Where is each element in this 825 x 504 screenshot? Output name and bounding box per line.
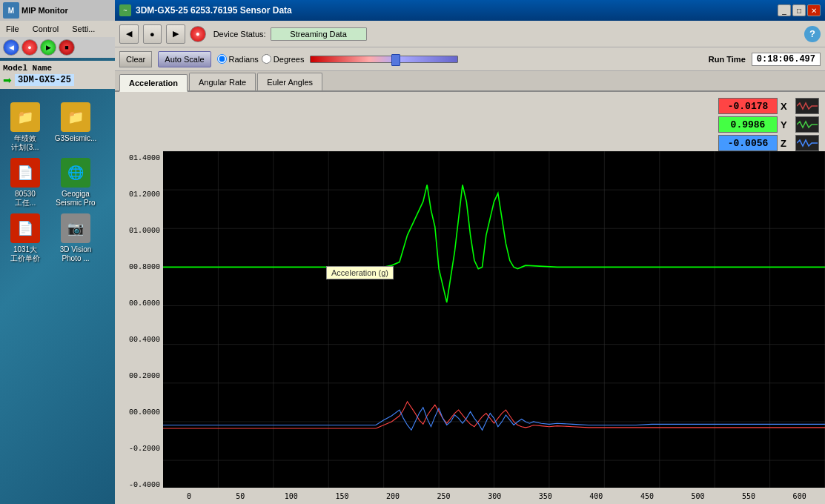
toolbar-nav-btn[interactable]: ◀ — [119, 24, 139, 44]
x-tick-400: 400 — [571, 492, 622, 500]
x-tick-200: 200 — [368, 492, 419, 500]
folder-label-g3seismic: G3Seismic... — [55, 134, 97, 143]
degrees-radio-label[interactable]: Degrees — [262, 54, 305, 64]
timeline-slider-track[interactable] — [310, 56, 458, 63]
pdf-icon-1031: 📄 — [10, 213, 40, 243]
menu-settings[interactable]: Setti... — [69, 23, 98, 35]
app-icon-3dvision: 📷 — [61, 213, 90, 243]
app-icon: M — [3, 2, 19, 19]
y-value-box: 0.9986 — [718, 116, 778, 133]
app-label-geogiga: GeogigaSeismic Pro — [56, 190, 95, 208]
z-value-box: -0.0056 — [718, 135, 778, 151]
toolbar-row: ◀ ● ▶ ● Device Status: Streaming Data ? — [115, 21, 825, 47]
runtime-value: 0:18:06.497 — [752, 53, 821, 66]
x-wave-icon — [797, 99, 818, 113]
x-axis: 0 50 100 150 200 250 300 350 400 450 500… — [163, 488, 825, 504]
maximize-button[interactable]: □ — [792, 4, 806, 16]
controls-row: Clear Auto Scale Radians Degrees Run Tim… — [115, 47, 825, 71]
tab-acceleration[interactable]: Acceleration — [119, 74, 188, 92]
timeline-slider-container — [310, 56, 702, 63]
tabs-row: Acceleration Angular Rate Euler Angles — [115, 71, 825, 92]
x-value-box: -0.0178 — [718, 98, 778, 114]
menu-control[interactable]: Control — [30, 23, 62, 35]
pdf-label-80530: 80530工任... — [15, 190, 36, 208]
minimize-button[interactable]: _ — [778, 4, 791, 16]
toolbar-play-btn[interactable]: ▶ — [166, 24, 185, 44]
model-name-label: Model Name — [3, 64, 112, 73]
chart-plot[interactable]: Acceleration (g) — [163, 151, 825, 504]
desktop-icon-1031[interactable]: 📄 1031大工价单价 — [3, 213, 47, 263]
degrees-radio[interactable] — [262, 54, 271, 64]
tab-euler-angles[interactable]: Euler Angles — [257, 73, 322, 90]
z-axis-icon — [795, 135, 819, 151]
folder-icon-g3seismic: 📁 — [61, 102, 90, 132]
desktop-icons-area: 📁 年绩效计划(3... 📁 G3Seismic... 📄 80530工任...… — [0, 96, 115, 504]
main-window: ~ 3DM-GX5-25 6253.76195 Sensor Data _ □ … — [115, 0, 825, 504]
autoscale-button[interactable]: Auto Scale — [158, 51, 211, 67]
ctrl-btn-nav[interactable]: ◀ — [3, 39, 19, 56]
y-tick-9: -0.4000 — [129, 481, 160, 489]
clear-button[interactable]: Clear — [119, 51, 152, 67]
app-icon-geogiga: 🌐 — [61, 158, 90, 188]
y-tick-3: 00.8000 — [129, 263, 160, 271]
radians-radio[interactable] — [217, 54, 227, 64]
toolbar-stop-btn[interactable]: ● — [143, 24, 162, 44]
radians-radio-label[interactable]: Radians — [217, 54, 259, 64]
desktop-icon-3dvision[interactable]: 📷 3D VisionPhoto ... — [53, 213, 98, 263]
x-axis-icon — [795, 98, 819, 114]
desktop-icon-nianji[interactable]: 📁 年绩效计划(3... — [3, 102, 47, 152]
runtime-label: Run Time — [709, 55, 746, 64]
y-tick-4: 00.6000 — [129, 299, 160, 308]
folder-icon-nianji: 📁 — [10, 102, 40, 132]
degrees-label-text: Degrees — [274, 55, 305, 64]
x-value-row: -0.0178 X — [718, 98, 819, 114]
x-tick-0: 0 — [163, 492, 215, 500]
app-taskbar: M MIP Monitor — [0, 0, 115, 21]
x-tick-300: 300 — [469, 492, 520, 500]
ctrl-btn-play[interactable]: ▶ — [40, 39, 56, 56]
chart-area: -0.0178 X 0.9986 Y -0.0056 — [115, 92, 825, 504]
y-tick-0: 01.4000 — [129, 154, 160, 162]
pdf-label-1031: 1031大工价单价 — [10, 245, 40, 263]
desktop-icon-geogiga[interactable]: 🌐 GeogigaSeismic Pro — [53, 158, 98, 208]
ctrl-btn-rec[interactable]: ■ — [59, 39, 75, 56]
window-controls: _ □ ✕ — [778, 4, 821, 16]
window-title-icon: ~ — [119, 4, 131, 16]
model-section: Model Name ➡ 3DM-GX5-25 — [0, 61, 115, 89]
x-tick-600: 600 — [774, 492, 825, 500]
window-titlebar: ~ 3DM-GX5-25 6253.76195 Sensor Data _ □ … — [115, 0, 825, 21]
folder-label-nianji: 年绩效计划(3... — [11, 134, 39, 152]
x-tick-50: 50 — [215, 492, 266, 500]
x-axis-label: X — [781, 101, 792, 112]
y-tick-6: 00.2000 — [129, 372, 160, 380]
chart-svg — [163, 151, 825, 504]
desktop-icon-g3seismic[interactable]: 📁 G3Seismic... — [53, 102, 98, 152]
tab-angular-rate[interactable]: Angular Rate — [189, 73, 256, 90]
ctrl-btn-stop[interactable]: ● — [21, 39, 38, 56]
x-tick-250: 250 — [418, 492, 469, 500]
status-label: Device Status: — [213, 30, 266, 39]
help-button[interactable]: ? — [804, 26, 821, 42]
x-tick-150: 150 — [317, 492, 368, 500]
y-tick-5: 00.4000 — [129, 336, 160, 344]
desktop-icon-80530[interactable]: 📄 80530工任... — [3, 158, 47, 208]
toolbar-rec-btn[interactable]: ● — [190, 26, 206, 42]
menu-file[interactable]: File — [3, 23, 22, 35]
y-axis: 01.4000 01.2000 01.0000 00.8000 00.6000 … — [115, 151, 163, 504]
desktop-icons-row-2: 📄 80530工任... 🌐 GeogigaSeismic Pro — [3, 158, 112, 208]
z-axis-label: Z — [781, 138, 792, 149]
app-menu-bar: File Control Setti... — [0, 21, 115, 37]
pdf-icon-80530: 📄 — [10, 158, 40, 188]
y-axis-icon — [795, 116, 819, 133]
app-title: MIP Monitor — [21, 6, 68, 15]
control-bar: ◀ ● ▶ ■ — [0, 37, 115, 58]
z-wave-icon — [797, 136, 818, 150]
chart-wrapper: 01.4000 01.2000 01.0000 00.8000 00.6000 … — [115, 151, 825, 504]
desktop-icons-row-3: 📄 1031大工价单价 📷 3D VisionPhoto ... — [3, 213, 112, 263]
close-button[interactable]: ✕ — [807, 4, 821, 16]
window-title: 3DM-GX5-25 6253.76195 Sensor Data — [136, 5, 773, 16]
desktop-icons-row-1: 📁 年绩效计划(3... 📁 G3Seismic... — [3, 102, 112, 152]
device-name-value[interactable]: 3DM-GX5-25 — [15, 74, 74, 86]
timeline-slider-thumb[interactable] — [391, 54, 400, 66]
status-value: Streaming Data — [271, 27, 367, 41]
